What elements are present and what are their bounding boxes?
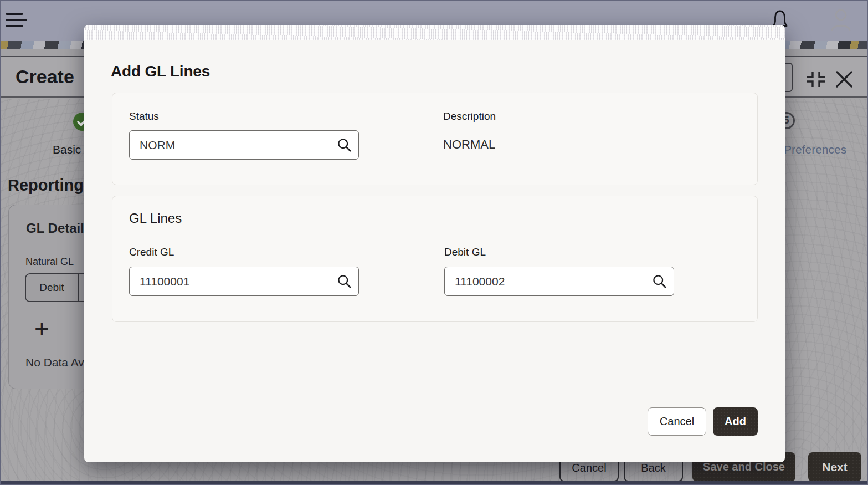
menu-icon[interactable] <box>6 12 28 30</box>
debit-gl-input[interactable] <box>444 267 674 296</box>
gl-lines-title: GL Lines <box>129 211 182 226</box>
tab-debit[interactable]: Debit <box>26 274 79 301</box>
app-window: Create Ba <box>0 0 868 485</box>
debit-gl-label: Debit GL <box>444 246 486 258</box>
debit-gl-search-icon[interactable] <box>652 274 667 289</box>
natural-gl-label: Natural GL <box>25 256 74 268</box>
collapse-icon[interactable] <box>805 70 827 89</box>
wizard-step5-label[interactable]: Preferences <box>784 143 846 156</box>
description-label: Description <box>443 110 496 122</box>
description-value: NORMAL <box>443 137 495 152</box>
status-field <box>129 130 359 160</box>
status-input[interactable] <box>129 130 359 160</box>
user-avatar-icon[interactable] <box>829 8 852 34</box>
status-card: Status Description NORMAL <box>112 93 758 185</box>
gl-lines-card: GL Lines Credit GL Debit GL <box>112 196 758 322</box>
credit-gl-input[interactable] <box>129 267 359 296</box>
window-bottom-edge <box>1 481 867 484</box>
modal-texture-band <box>84 25 785 40</box>
page-next-button[interactable]: Next <box>808 452 861 482</box>
status-search-icon[interactable] <box>337 137 352 152</box>
page-title: Create <box>16 66 74 88</box>
credit-gl-search-icon[interactable] <box>337 274 352 289</box>
close-icon[interactable] <box>834 69 854 89</box>
credit-gl-label: Credit GL <box>129 246 174 258</box>
no-data-text: No Data Av <box>25 356 84 369</box>
credit-gl-field <box>129 267 359 296</box>
modal-add-button[interactable]: Add <box>713 407 758 436</box>
plus-icon[interactable]: + <box>34 316 49 341</box>
status-label: Status <box>129 110 159 122</box>
section-title: Reporting <box>8 176 84 195</box>
gl-details-title: GL Detail <box>26 221 84 236</box>
modal-cancel-button[interactable]: Cancel <box>648 407 706 436</box>
modal-title: Add GL Lines <box>111 63 210 80</box>
add-gl-lines-modal: Add GL Lines Status Description NORMAL G… <box>84 25 785 462</box>
debit-gl-field <box>444 267 674 296</box>
